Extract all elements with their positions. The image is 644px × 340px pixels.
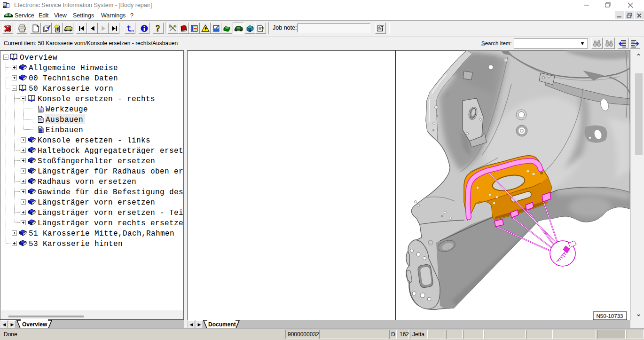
svg-text:N50-10733: N50-10733 bbox=[597, 313, 623, 319]
svg-text:?: ? bbox=[156, 24, 160, 32]
svg-text:?: ? bbox=[260, 26, 264, 32]
